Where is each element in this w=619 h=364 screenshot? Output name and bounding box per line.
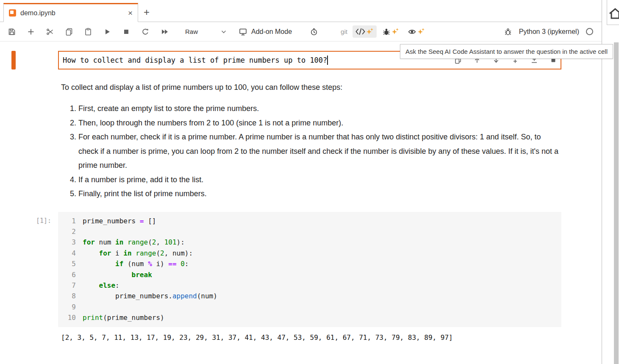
code-line: 10print(prime_numbers) [58, 312, 561, 323]
line-number: 5 [58, 258, 83, 269]
text-cursor [327, 56, 328, 65]
notebook-file-icon [9, 9, 16, 17]
md-step: For each number, check if it is a prime … [78, 130, 561, 173]
schedule-icon[interactable] [309, 27, 319, 37]
ai-code-assistant-button[interactable] [353, 25, 377, 38]
new-tab-button[interactable]: + [138, 3, 155, 22]
code-line: 1prime_numbers = [] [58, 216, 561, 226]
cell-collapser[interactable] [11, 51, 16, 69]
md-step: Then, loop through the numbers from 2 to… [78, 116, 561, 131]
addon-mode-button[interactable]: Add-on Mode [239, 28, 292, 36]
md-step: Finally, print the list of prime numbers… [78, 187, 561, 201]
cut-icon[interactable] [45, 27, 55, 37]
code-line: 7 else: [58, 280, 561, 291]
bug-icon [382, 28, 391, 36]
md-step: First, create an empty list to store the… [78, 102, 561, 116]
code-cell-editor[interactable]: 1prime_numbers = []2 3for num in range(2… [58, 212, 561, 327]
tab-bar: demo.ipynb × + [0, 0, 602, 22]
line-number: 6 [58, 270, 83, 280]
ai-assistant-tooltip: Ask the Seeq AI Code Assistant to answer… [400, 44, 613, 59]
debugger-bug-icon[interactable] [503, 27, 513, 37]
line-number: 9 [58, 302, 83, 312]
notebook-toolbar: Raw Add-on Mode git [0, 22, 602, 42]
kernel-status-icon[interactable] [586, 28, 593, 35]
home-icon [608, 7, 619, 20]
eye-icon [408, 28, 416, 36]
ai-debug-button[interactable] [379, 25, 402, 38]
line-number: 7 [58, 280, 83, 291]
line-number: 10 [58, 312, 83, 323]
run-icon[interactable] [102, 27, 112, 37]
tab-close-icon[interactable]: × [128, 9, 133, 17]
code-line: 2 [58, 226, 561, 237]
ai-explain-button[interactable] [405, 25, 428, 38]
line-number: 4 [58, 248, 83, 258]
chevron-down-icon [220, 28, 228, 36]
code-line: 9 [58, 302, 561, 312]
save-icon[interactable] [7, 27, 17, 37]
line-number: 1 [58, 216, 83, 226]
cell-type-dropdown[interactable]: Raw [181, 25, 230, 38]
insert-cell-icon[interactable] [26, 27, 36, 37]
execution-count: [1]: [36, 212, 58, 327]
code-line: 6 break [58, 270, 561, 280]
code-line: 3for num in range(2, 101): [58, 237, 561, 247]
git-label: git [341, 28, 347, 35]
monitor-icon [239, 28, 247, 36]
line-number: 2 [58, 226, 83, 237]
code-line: 8 prime_numbers.append(num) [58, 291, 561, 301]
code-line: 4 for i in range(2, num): [58, 248, 561, 258]
line-number: 3 [58, 237, 83, 247]
restart-kernel-icon[interactable] [140, 27, 150, 37]
code-icon [355, 28, 365, 36]
code-output: [2, 3, 5, 7, 11, 13, 17, 19, 23, 29, 31,… [61, 333, 561, 342]
sparkle-icon [366, 28, 374, 35]
sparkle-icon [417, 28, 425, 35]
md-intro: To collect and display a list of prime n… [61, 81, 561, 94]
copy-icon[interactable] [64, 27, 74, 37]
collapsed-panel-button[interactable] [607, 0, 619, 25]
restart-run-all-icon[interactable] [159, 27, 169, 37]
addon-mode-label: Add-on Mode [251, 28, 292, 36]
tab-title: demo.ipynb [20, 9, 124, 17]
code-line: 5 if (num % i) == 0: [58, 258, 561, 269]
code-cell: [1]: 1prime_numbers = []2 3for num in ra… [36, 212, 561, 327]
markdown-output: To collect and display a list of prime n… [61, 81, 561, 201]
interrupt-kernel-icon[interactable] [121, 27, 131, 37]
md-steps-list: First, create an empty list to store the… [61, 102, 561, 201]
line-number: 8 [58, 291, 83, 301]
sparkle-icon [391, 28, 399, 35]
ai-assistant-group [353, 25, 428, 38]
vertical-scrollbar-thumb[interactable] [614, 42, 619, 364]
md-step: If a number is prime, add it to the list… [78, 173, 561, 187]
cell-type-value: Raw [185, 28, 198, 35]
paste-icon[interactable] [83, 27, 93, 37]
kernel-name[interactable]: Python 3 (ipykernel) [519, 28, 579, 36]
active-cell-text: How to collect and display a list of pri… [63, 56, 327, 64]
tab-demo-ipynb[interactable]: demo.ipynb × [3, 3, 138, 22]
